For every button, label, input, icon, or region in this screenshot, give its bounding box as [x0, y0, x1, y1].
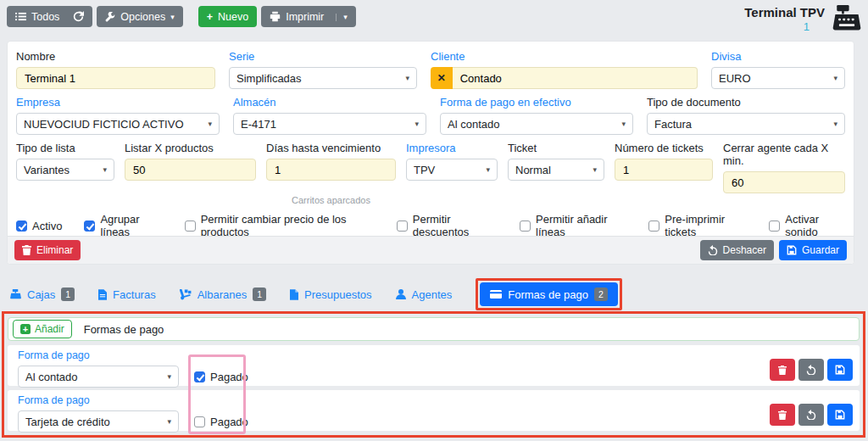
nuevo-label: Nuevo — [218, 11, 248, 23]
payments-header-card: + Añadir Formas de pago — [8, 317, 860, 341]
nombre-label: Nombre — [16, 50, 215, 63]
cash-register-icon — [10, 289, 21, 299]
undo-icon — [806, 410, 816, 420]
form-footer: Eliminar Deshacer Guardar — [8, 236, 854, 264]
delete-row-button[interactable] — [770, 359, 795, 381]
detail-tabs: Cajas 1 Facturas Albaranes 1 Presupuesto… — [10, 280, 622, 309]
tipo-lista-select[interactable]: Variantes▾ — [16, 159, 114, 181]
carritos-aparcados-text: Carritos aparcados — [266, 195, 396, 205]
serie-select[interactable]: Simplificadas▾ — [229, 67, 417, 89]
empresa-select[interactable]: NUEVOCIUD FICTICIO ACTIVO▾ — [16, 113, 220, 135]
forma-de-pago-select[interactable]: Tarjeta de crédito▾ — [18, 410, 179, 433]
ticket-select[interactable]: Normal▾ — [508, 159, 604, 181]
undo-row-button[interactable] — [798, 404, 824, 426]
tipo-documento-select[interactable]: Factura▾ — [647, 113, 845, 135]
deshacer-button[interactable]: Deshacer — [700, 240, 774, 260]
undo-row-button[interactable] — [798, 359, 824, 381]
almacen-select[interactable]: E-4171▾ — [233, 113, 426, 135]
numero-tickets-input[interactable] — [615, 159, 713, 181]
checkbox-box[interactable] — [648, 220, 659, 232]
top-toolbar: Todos Opciones ▾ + Nuevo Imprimir ▾ — [7, 6, 356, 27]
cash-register-icon — [832, 5, 861, 31]
chevron-down-icon: ▾ — [170, 14, 175, 21]
checkbox-agrupar-lineas[interactable]: Agrupar líneas — [84, 213, 162, 238]
imprimir-dropdown-toggle[interactable]: ▾ — [336, 14, 348, 21]
checkbox-permitir-descuentos[interactable]: Permitir descuentos — [397, 213, 498, 238]
checkbox-box[interactable] — [397, 220, 408, 232]
divisa-select[interactable]: EURO▾ — [711, 67, 845, 89]
checkbox-box[interactable] — [194, 371, 205, 382]
checkbox-box[interactable] — [194, 416, 205, 427]
tab-cajas[interactable]: Cajas 1 — [10, 287, 75, 301]
select-caret-icon: ▾ — [415, 120, 419, 128]
cerrar-agente-label: Cerrar agente cada X min. — [723, 142, 845, 167]
impresora-select[interactable]: TPV▾ — [406, 159, 498, 181]
guardar-button[interactable]: Guardar — [779, 240, 847, 260]
dolly-icon — [180, 289, 192, 300]
checkbox-row-1: Activo Agrupar líneas Permitir cambiar p… — [16, 213, 845, 238]
eliminar-button[interactable]: Eliminar — [14, 240, 81, 260]
pagado-checkbox[interactable]: Pagado — [194, 371, 248, 383]
undo-icon — [806, 365, 816, 375]
cerrar-agente-input[interactable] — [723, 171, 845, 193]
opciones-button[interactable]: Opciones ▾ — [97, 6, 182, 27]
plus-icon: + — [20, 324, 31, 334]
todos-label: Todos — [31, 11, 59, 23]
cliente-clear-button[interactable]: ✕ — [431, 67, 453, 89]
cliente-input[interactable] — [453, 67, 698, 89]
wrench-icon — [105, 12, 115, 22]
select-caret-icon: ▾ — [167, 417, 171, 426]
imprimir-button[interactable]: Imprimir ▾ — [261, 6, 356, 27]
dias-vencimiento-input[interactable] — [266, 159, 396, 181]
select-caret-icon: ▾ — [486, 165, 490, 174]
refresh-icon[interactable] — [66, 11, 84, 22]
anadir-button[interactable]: + Añadir — [13, 320, 72, 338]
payment-row: Forma de pago Al contado▾ Pagado — [8, 345, 860, 386]
nuevo-button[interactable]: + Nuevo — [198, 6, 257, 27]
forma-pago-efectivo-select[interactable]: Al contado▾ — [440, 113, 633, 135]
payments-section-title: Formas de pago — [84, 323, 164, 336]
numero-tickets-label: Número de tickets — [615, 142, 713, 154]
select-caret-icon: ▾ — [833, 120, 837, 128]
save-icon — [835, 410, 845, 420]
forma-de-pago-select[interactable]: Al contado▾ — [18, 366, 179, 388]
nombre-input[interactable] — [16, 67, 215, 89]
checkbox-pre-imprimir-tickets[interactable]: Pre-imprimir tickets — [648, 213, 747, 238]
terminal-form-card: Nombre Serie Simplificadas▾ Cliente ✕ Di… — [7, 41, 854, 265]
serie-label: Serie — [229, 50, 417, 63]
select-caret-icon: ▾ — [593, 165, 597, 174]
trash-icon — [778, 366, 787, 375]
save-icon — [835, 365, 845, 375]
checkbox-permitir-anadir-lineas[interactable]: Permitir añadir líneas — [520, 213, 626, 238]
tipo-documento-label: Tipo de documento — [647, 96, 845, 109]
checkbox-box[interactable] — [769, 220, 780, 232]
tab-agentes[interactable]: Agentes — [396, 288, 453, 301]
tab-formas-de-pago[interactable]: Formas de pago 2 — [480, 282, 618, 306]
checkbox-box[interactable] — [16, 220, 27, 232]
ticket-label: Ticket — [508, 142, 604, 154]
checkbox-permitir-cambiar-precio[interactable]: Permitir cambiar precio de los productos — [185, 213, 375, 238]
todos-button[interactable]: Todos — [7, 6, 92, 27]
listar-x-productos-input[interactable] — [125, 159, 256, 181]
forma-de-pago-label: Forma de pago — [18, 394, 849, 407]
select-caret-icon: ▾ — [103, 165, 107, 174]
save-row-button[interactable] — [827, 359, 853, 381]
invoice-icon — [98, 289, 107, 300]
checkbox-box[interactable] — [185, 220, 196, 232]
printer-icon — [270, 11, 281, 22]
save-icon — [787, 245, 797, 255]
checkbox-box[interactable] — [520, 220, 531, 232]
checkbox-activar-sonido[interactable]: Activar sonido — [769, 213, 845, 238]
checkbox-box[interactable] — [84, 220, 95, 232]
checkbox-activo[interactable]: Activo — [16, 220, 62, 232]
tab-albaranes[interactable]: Albaranes 1 — [180, 287, 266, 301]
almacen-label: Almacén — [233, 96, 426, 109]
pagado-checkbox[interactable]: Pagado — [194, 416, 248, 428]
plus-icon: + — [207, 11, 213, 23]
trash-icon — [778, 410, 787, 420]
tab-presupuestos[interactable]: Presupuestos — [290, 288, 372, 301]
select-caret-icon: ▾ — [405, 74, 409, 82]
save-row-button[interactable] — [827, 404, 853, 426]
tab-facturas[interactable]: Facturas — [98, 288, 156, 301]
delete-row-button[interactable] — [770, 404, 795, 426]
